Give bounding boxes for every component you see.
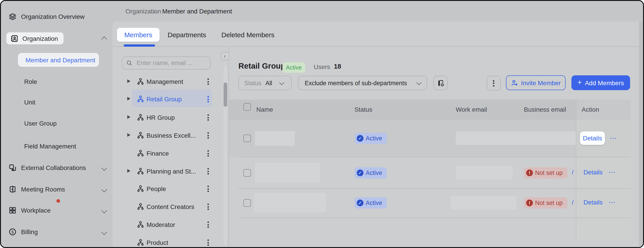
expand-caret-icon[interactable] (127, 79, 130, 83)
row-checkbox[interactable] (243, 135, 251, 142)
tree-item-finance[interactable]: Finance (112, 144, 224, 162)
redacted-email (451, 196, 516, 209)
tree-search[interactable] (122, 57, 211, 70)
sidebar-item-field-management[interactable]: Field Management (1, 139, 112, 153)
sidebar-item-billing[interactable]: $ Billing (1, 225, 112, 239)
chevron-down-icon (416, 80, 421, 85)
status-label: Active (366, 169, 382, 176)
redacted-name (255, 163, 320, 182)
tree-item-people[interactable]: People (112, 180, 224, 198)
expand-caret-icon[interactable] (127, 115, 130, 119)
more-options-icon[interactable] (205, 221, 211, 229)
search-input[interactable] (136, 59, 208, 67)
tree-item-content-creators[interactable]: Content Creators (112, 198, 224, 216)
contacts-book-icon (10, 34, 18, 42)
more-options-icon[interactable] (205, 131, 211, 139)
department-icon (137, 78, 144, 85)
meeting-room-icon (8, 185, 16, 193)
chevron-left-icon: ‹ (224, 54, 226, 59)
sidebar-item-role[interactable]: Role (1, 74, 112, 89)
tab-deleted-members[interactable]: Deleted Members (222, 28, 274, 42)
tree-item-hr-group[interactable]: HR Group (112, 109, 224, 126)
redacted-name (254, 193, 326, 212)
scope-filter-dropdown[interactable]: Exclude members of sub-departments (298, 76, 427, 90)
svg-text:$: $ (12, 230, 14, 234)
status-label: Not set up (535, 199, 563, 206)
more-actions-button[interactable] (487, 76, 500, 91)
billing-icon: $ (8, 228, 16, 236)
row-checkbox[interactable] (243, 169, 251, 177)
department-icon (137, 95, 144, 103)
tab-departments[interactable]: Departments (168, 28, 206, 42)
column-header-business-email: Business email (524, 106, 566, 113)
department-icon (137, 238, 144, 246)
column-header-name: Name (256, 106, 273, 113)
more-options-icon[interactable] (205, 95, 211, 103)
panel-collapse-button[interactable]: ‹ (220, 52, 228, 60)
tree-item-moderator[interactable]: Moderator (112, 216, 224, 234)
row-divider (238, 217, 630, 218)
tab-members[interactable]: Members (117, 28, 160, 42)
expand-caret-icon[interactable] (127, 97, 130, 100)
redacted-email (456, 166, 513, 179)
expand-caret-icon[interactable] (127, 169, 130, 173)
sidebar-item-organization[interactable]: Organization (6, 32, 64, 44)
row-more-icon[interactable]: ⋯ (608, 168, 616, 176)
sidebar-item-workplace[interactable]: Workplace (1, 203, 112, 217)
more-options-icon[interactable] (205, 185, 211, 193)
chevron-down-icon (101, 208, 107, 213)
sidebar-item-unit[interactable]: Unit (1, 95, 112, 109)
details-link[interactable]: Details (584, 199, 603, 206)
table-header (229, 100, 630, 120)
sidebar-item-member-and-department[interactable]: Member and Department (18, 53, 99, 67)
tree-item-planning-and-strategy[interactable]: Planning and St... (112, 162, 224, 180)
button-label: Add Members (585, 79, 624, 86)
department-icon (137, 221, 144, 228)
more-options-icon[interactable] (205, 113, 211, 122)
chevron-up-icon[interactable] (101, 36, 107, 42)
tree-item-retail-group[interactable]: Retail Group (112, 90, 224, 108)
tree-item-business-excellence[interactable]: Business Excell... (112, 126, 224, 144)
sidebar-item-meeting-rooms[interactable]: Meeting Rooms (1, 182, 112, 196)
tab-label: Deleted Members (222, 31, 274, 39)
invite-member-button[interactable]: Invite Member (506, 75, 566, 90)
breadcrumb: Organization › Member and Department (112, 1, 643, 22)
tree-item-label: Planning and St... (146, 168, 196, 175)
add-members-button[interactable]: + Add Members (572, 75, 630, 90)
page-scrollbar[interactable] (639, 22, 643, 247)
more-options-icon[interactable] (205, 78, 211, 86)
status-label: Not set up (535, 169, 563, 176)
sidebar-item-label: Unit (24, 99, 36, 106)
status-filter-dropdown[interactable]: Status All (238, 76, 292, 90)
sidebar-item-label: Organization Overview (21, 13, 84, 20)
sidebar-item-user-group[interactable]: User Group (1, 116, 112, 130)
row-divider (238, 188, 630, 189)
row-more-icon[interactable]: ⋯ (610, 134, 617, 142)
breadcrumb-separator-icon: › (154, 8, 156, 15)
more-options-icon[interactable] (205, 149, 211, 157)
action-column-divider (576, 100, 576, 241)
details-button[interactable]: Details (580, 131, 605, 145)
column-header-status: Status (354, 106, 372, 113)
status-label: Active (366, 135, 382, 142)
more-options-icon[interactable] (205, 203, 211, 211)
more-options-icon[interactable] (205, 238, 211, 247)
department-icon (137, 131, 144, 139)
tree-item-management[interactable]: Management (112, 73, 224, 91)
sidebar-item-organization-overview[interactable]: Organization Overview (1, 10, 112, 24)
select-all-checkbox[interactable] (243, 103, 251, 111)
tree-item-product[interactable]: Product (112, 234, 224, 248)
filter-value: Exclude members of sub-departments (305, 80, 407, 86)
plus-icon: + (578, 79, 582, 87)
details-link[interactable]: Details (584, 169, 603, 176)
business-email-status-badge: ! Not set up (524, 197, 567, 208)
more-options-icon[interactable] (205, 167, 211, 175)
row-checkbox[interactable] (243, 199, 251, 207)
expand-caret-icon[interactable] (127, 133, 130, 137)
sidebar-item-external-collaborations[interactable]: External Collaborations (1, 161, 112, 175)
column-settings-button[interactable] (433, 76, 448, 90)
details-label: Details (583, 135, 602, 142)
tree-scrollbar-thumb[interactable] (224, 83, 227, 107)
row-more-icon[interactable]: ⋯ (608, 198, 616, 206)
row-divider (238, 157, 630, 157)
